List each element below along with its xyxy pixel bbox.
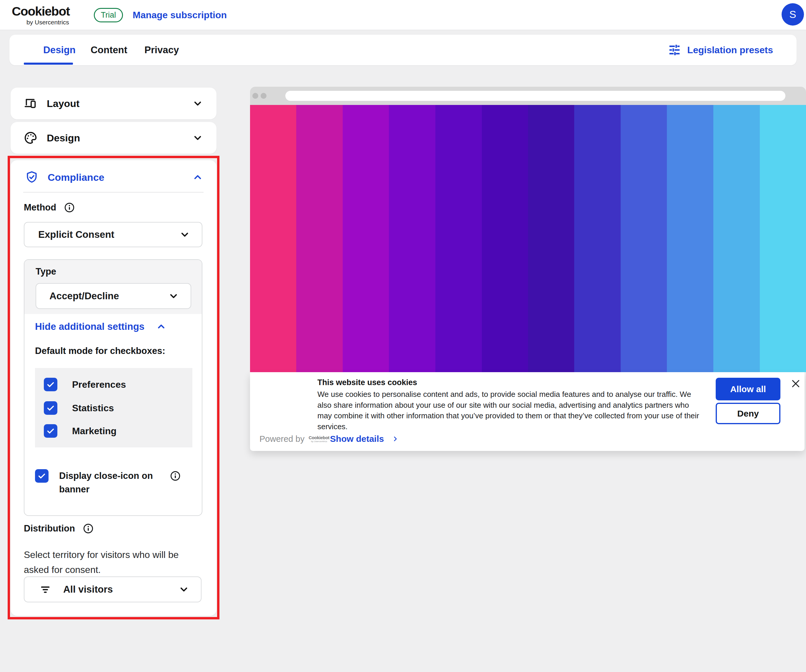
info-icon[interactable] xyxy=(83,523,94,534)
method-select-value: Explicit Consent xyxy=(38,229,114,240)
type-section: Type Accept/Decline xyxy=(25,260,202,314)
type-label-row: Type xyxy=(36,266,56,277)
display-close-icon-label: Display close-icon on banner xyxy=(59,469,159,496)
compliance-panel: Compliance Method Explicit Consent Type xyxy=(11,160,216,616)
type-select[interactable]: Accept/Decline xyxy=(36,283,191,309)
hide-additional-settings-link[interactable]: Hide additional settings xyxy=(35,321,167,332)
cookie-banner-body: We use cookies to personalise content an… xyxy=(317,389,699,432)
chevron-down-icon xyxy=(192,132,203,144)
devices-icon xyxy=(24,97,37,110)
deny-button[interactable]: Deny xyxy=(716,403,780,424)
checkbox-checked xyxy=(35,469,48,483)
avatar-initial: S xyxy=(789,8,796,20)
tab-privacy[interactable]: Privacy xyxy=(144,35,179,65)
layout-label: Layout xyxy=(47,98,79,109)
checkbox-preferences[interactable]: Preferences xyxy=(44,378,126,391)
tab-content[interactable]: Content xyxy=(91,35,127,65)
powered-by-row: Powered by Cookiebot by Usercentrics Sho… xyxy=(259,434,399,444)
chevron-down-icon xyxy=(168,290,180,302)
legislation-presets-button[interactable]: Legislation presets xyxy=(668,35,773,65)
browser-dot xyxy=(261,93,266,99)
chevron-up-icon xyxy=(192,171,203,183)
cookiebot-logo: Cookiebot xyxy=(12,4,70,18)
browser-dot xyxy=(253,93,258,99)
check-icon xyxy=(37,471,46,481)
browser-mockup-toolbar xyxy=(250,87,806,105)
checkbox-marketing[interactable]: Marketing xyxy=(44,424,117,438)
top-header: Cookiebot by Usercentrics Trial Manage s… xyxy=(0,0,806,30)
manage-subscription-link[interactable]: Manage subscription xyxy=(133,10,227,21)
distribution-help-text: Select territory for visitors who will b… xyxy=(24,547,200,577)
info-icon[interactable] xyxy=(170,470,181,481)
info-icon[interactable] xyxy=(64,202,75,213)
chevron-down-icon xyxy=(178,583,190,595)
check-icon xyxy=(46,380,55,389)
layout-accordion: Layout xyxy=(11,87,216,119)
tab-design[interactable]: Design xyxy=(43,35,76,65)
avatar[interactable]: S xyxy=(781,3,804,26)
divider xyxy=(23,192,203,193)
preview-gradient xyxy=(250,105,806,372)
checkbox-checked xyxy=(44,401,57,415)
close-icon[interactable] xyxy=(791,379,801,389)
powered-by-label: Powered by xyxy=(259,434,304,444)
shield-check-icon xyxy=(25,171,38,184)
cookiebot-logo-subtitle: by Usercentrics xyxy=(26,19,69,26)
chevron-right-icon xyxy=(391,435,399,443)
browser-address-bar xyxy=(285,91,785,101)
allow-all-button[interactable]: Allow all xyxy=(716,378,780,400)
checkbox-statistics[interactable]: Statistics xyxy=(44,401,114,415)
show-details-link[interactable]: Show details xyxy=(330,434,384,444)
filter-icon xyxy=(39,583,51,596)
cookiebot-admin-screen: Cookiebot by Usercentrics Trial Manage s… xyxy=(0,0,806,672)
checkbox-checked xyxy=(44,424,57,438)
method-label-row: Method xyxy=(24,202,75,213)
method-label: Method xyxy=(24,202,56,213)
distribution-label: Distribution xyxy=(24,523,75,534)
palette-icon xyxy=(24,131,37,145)
check-icon xyxy=(46,426,55,436)
type-settings-box: Type Accept/Decline Hide additional sett… xyxy=(24,259,202,516)
checkbox-group: Preferences Statistics Marketing xyxy=(35,368,192,447)
display-close-icon-option[interactable]: Display close-icon on banner xyxy=(35,469,181,496)
distribution-select[interactable]: All visitors xyxy=(24,576,202,602)
layout-accordion-header[interactable]: Layout xyxy=(11,87,216,119)
type-select-value: Accept/Decline xyxy=(50,290,119,301)
tab-bar: Design Content Privacy Legislation prese… xyxy=(10,35,796,65)
distribution-select-value: All visitors xyxy=(63,584,113,595)
chevron-up-icon xyxy=(155,321,167,332)
compliance-label: Compliance xyxy=(48,172,104,183)
checkbox-checked xyxy=(44,378,57,391)
cookie-banner-preview: This website uses cookies We use cookies… xyxy=(250,372,804,451)
check-icon xyxy=(46,404,55,413)
trial-badge: Trial xyxy=(94,8,123,22)
cookie-banner-title: This website uses cookies xyxy=(317,378,417,387)
cookiebot-mini-logo: Cookiebot by Usercentrics xyxy=(309,435,329,443)
chevron-down-icon xyxy=(179,229,191,240)
compliance-accordion-header[interactable]: Compliance xyxy=(11,163,216,191)
design-accordion-header[interactable]: Design xyxy=(11,122,216,154)
chevron-down-icon xyxy=(192,97,203,109)
default-mode-label: Default mode for checkboxes: xyxy=(35,346,165,356)
distribution-label-row: Distribution xyxy=(24,523,94,534)
legislation-presets-label: Legislation presets xyxy=(687,44,773,56)
sliders-icon xyxy=(668,43,681,57)
type-label: Type xyxy=(36,266,56,277)
active-tab-underline xyxy=(24,63,73,65)
design-accordion: Design xyxy=(11,122,216,154)
method-select[interactable]: Explicit Consent xyxy=(24,222,202,247)
design-label: Design xyxy=(47,132,80,144)
